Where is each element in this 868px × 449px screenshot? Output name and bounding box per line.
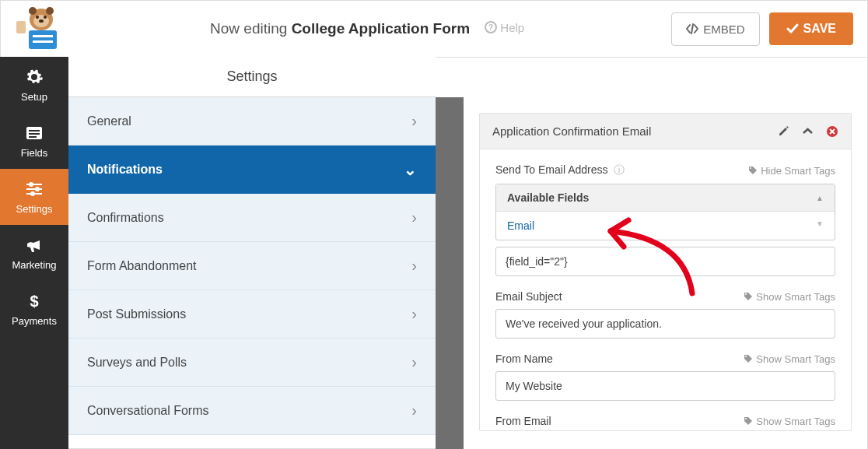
chevron-right-icon: › xyxy=(411,257,417,275)
rail-label: Settings xyxy=(16,203,53,215)
show-smart-tags-link[interactable]: Show Smart Tags xyxy=(744,291,835,303)
svg-rect-14 xyxy=(29,130,40,132)
svg-point-20 xyxy=(35,187,40,191)
rail-item-setup[interactable]: Setup xyxy=(0,57,68,113)
chevron-right-icon: › xyxy=(411,305,417,323)
settings-item-confirmations[interactable]: Confirmations› xyxy=(68,194,436,242)
subject-row: Email Subject Show Smart Tags xyxy=(495,290,835,303)
rail-label: Fields xyxy=(21,147,48,159)
app-logo xyxy=(15,7,63,51)
smart-tags-picker: Available Fields ▲ Email ▼ xyxy=(495,184,835,240)
svg-rect-8 xyxy=(33,35,53,37)
dollar-icon: $ xyxy=(27,292,41,310)
rail-item-marketing[interactable]: Marketing xyxy=(0,225,68,281)
settings-item-post-submissions[interactable]: Post Submissions› xyxy=(68,290,436,339)
tag-icon xyxy=(748,166,758,175)
card-header: Application Confirmation Email xyxy=(480,114,851,149)
chevron-right-icon: › xyxy=(411,112,417,130)
from-name-row: From Name Show Smart Tags xyxy=(495,353,835,365)
svg-point-5 xyxy=(44,16,47,19)
svg-point-28 xyxy=(745,418,747,419)
chevron-right-icon: › xyxy=(411,353,417,371)
svg-point-6 xyxy=(39,19,44,23)
settings-item-conversational[interactable]: Conversational Forms› xyxy=(68,387,436,435)
settings-item-surveys-polls[interactable]: Surveys and Polls› xyxy=(68,339,436,387)
help-icon[interactable]: ⓘ xyxy=(611,163,625,176)
svg-rect-10 xyxy=(16,21,26,33)
from-email-row: From Email Show Smart Tags xyxy=(495,415,835,427)
help-link[interactable]: ? Help xyxy=(485,21,524,34)
card-title: Application Confirmation Email xyxy=(492,125,651,138)
notification-editor: Application Confirmation Email Send To E… xyxy=(464,97,867,449)
svg-point-22 xyxy=(30,191,35,196)
chevron-right-icon: › xyxy=(411,402,417,419)
tag-icon xyxy=(744,354,753,363)
svg-rect-16 xyxy=(29,136,37,138)
picker-header[interactable]: Available Fields ▲ xyxy=(496,184,835,212)
subject-input[interactable] xyxy=(495,309,835,339)
megaphone-icon xyxy=(25,236,44,254)
svg-point-26 xyxy=(745,293,747,295)
edit-icon[interactable] xyxy=(778,125,789,137)
list-icon xyxy=(25,124,44,142)
card-body: Send To Email Address ⓘ Hide Smart Tags … xyxy=(480,149,851,430)
svg-point-25 xyxy=(750,167,751,169)
rail-item-fields[interactable]: Fields xyxy=(0,113,68,169)
chevron-right-icon: › xyxy=(411,209,417,226)
embed-button[interactable]: EMBED xyxy=(671,12,759,46)
show-smart-tags-link[interactable]: Show Smart Tags xyxy=(744,353,835,365)
send-to-row: Send To Email Address ⓘ Hide Smart Tags xyxy=(495,163,835,177)
show-smart-tags-link[interactable]: Show Smart Tags xyxy=(744,416,835,427)
code-icon xyxy=(686,23,698,34)
editing-title: Now editing College Application Form ? H… xyxy=(79,20,656,37)
top-bar: Now editing College Application Form ? H… xyxy=(1,1,867,58)
gear-icon xyxy=(25,68,44,86)
sliders-icon xyxy=(25,180,44,198)
svg-point-2 xyxy=(46,7,54,15)
rail-item-payments[interactable]: $ Payments xyxy=(0,281,68,337)
notification-card: Application Confirmation Email Send To E… xyxy=(479,113,852,431)
help-icon: ? xyxy=(485,21,497,33)
rail-label: Setup xyxy=(21,91,47,103)
from-name-input[interactable] xyxy=(495,371,835,401)
svg-rect-9 xyxy=(33,40,53,43)
save-button[interactable]: SAVE xyxy=(769,12,853,45)
svg-point-1 xyxy=(29,7,37,15)
svg-rect-15 xyxy=(29,133,40,135)
hide-smart-tags-link[interactable]: Hide Smart Tags xyxy=(748,165,835,177)
gutter xyxy=(436,97,464,449)
delete-icon[interactable] xyxy=(826,125,838,138)
settings-item-notifications[interactable]: Notifications⌄ xyxy=(68,146,436,194)
panel-title: Settings xyxy=(68,57,436,97)
tag-icon xyxy=(744,292,753,301)
left-rail: Setup Fields Settings Marketing $ Paymen… xyxy=(0,57,68,449)
svg-text:$: $ xyxy=(30,293,38,310)
arrow-down-icon: ▼ xyxy=(816,219,824,232)
rail-item-settings[interactable]: Settings xyxy=(0,169,68,225)
rail-label: Payments xyxy=(12,315,57,327)
arrow-up-icon: ▲ xyxy=(816,194,824,202)
editing-prefix: Now editing xyxy=(210,20,287,37)
rail-label: Marketing xyxy=(12,259,56,271)
picker-option-email[interactable]: Email ▼ xyxy=(496,212,835,240)
chevron-down-icon: ⌄ xyxy=(404,160,417,179)
form-name: College Application Form xyxy=(292,20,470,37)
svg-point-18 xyxy=(29,182,33,187)
settings-item-general[interactable]: General› xyxy=(68,97,436,146)
svg-point-27 xyxy=(745,356,747,357)
svg-point-4 xyxy=(36,16,39,19)
settings-item-form-abandonment[interactable]: Form Abandonment› xyxy=(68,242,436,290)
svg-rect-7 xyxy=(29,30,57,49)
check-icon xyxy=(786,23,799,34)
settings-column: Settings General› Notifications⌄ Confirm… xyxy=(68,57,436,449)
tag-icon xyxy=(744,416,753,426)
settings-list: General› Notifications⌄ Confirmations› F… xyxy=(68,97,436,435)
send-to-input[interactable] xyxy=(495,247,835,276)
svg-text:?: ? xyxy=(488,23,493,32)
collapse-icon[interactable] xyxy=(802,125,814,137)
